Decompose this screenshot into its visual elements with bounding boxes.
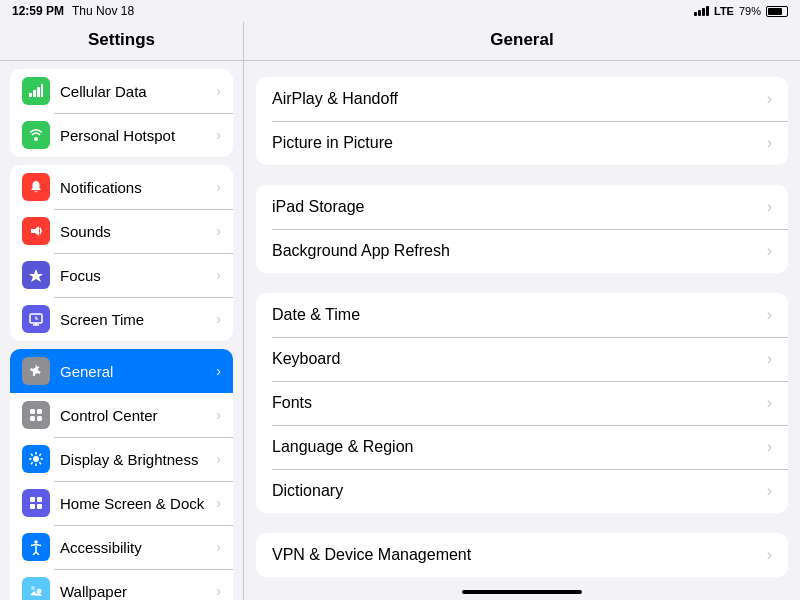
datetime-label: Date & Time (272, 306, 767, 324)
svg-rect-24 (37, 497, 42, 502)
accessibility-icon (22, 533, 50, 561)
pip-label: Picture in Picture (272, 134, 767, 152)
content-group-4: VPN & Device Management › (256, 533, 788, 577)
pip-chevron: › (767, 134, 772, 152)
cellular-label: Cellular Data (60, 83, 216, 100)
svg-rect-10 (30, 409, 35, 414)
status-date: Thu Nov 18 (72, 4, 134, 18)
sidebar-item-screentime[interactable]: Screen Time › (10, 297, 233, 341)
screentime-chevron: › (216, 311, 221, 327)
content-group-1: AirPlay & Handoff › Picture in Picture › (256, 77, 788, 165)
cellular-icon (22, 77, 50, 105)
svg-line-21 (39, 454, 41, 456)
wallpaper-chevron: › (216, 583, 221, 599)
focus-icon (22, 261, 50, 289)
screentime-icon (22, 305, 50, 333)
svg-point-14 (33, 456, 39, 462)
displaybrightness-icon (22, 445, 50, 473)
controlcenter-chevron: › (216, 407, 221, 423)
svg-line-22 (31, 462, 33, 464)
accessibility-label: Accessibility (60, 539, 216, 556)
fonts-label: Fonts (272, 394, 767, 412)
airplay-label: AirPlay & Handoff (272, 90, 767, 108)
svg-rect-13 (37, 416, 42, 421)
keyboard-chevron: › (767, 350, 772, 368)
airplay-chevron: › (767, 90, 772, 108)
vpn-chevron: › (767, 546, 772, 564)
battery-icon (766, 6, 788, 17)
general-chevron: › (216, 363, 221, 379)
sounds-icon (22, 217, 50, 245)
language-chevron: › (767, 438, 772, 456)
displaybrightness-chevron: › (216, 451, 221, 467)
content-item-pip[interactable]: Picture in Picture › (256, 121, 788, 165)
sidebar-item-accessibility[interactable]: Accessibility › (10, 525, 233, 569)
sidebar-item-displaybrightness[interactable]: Display & Brightness › (10, 437, 233, 481)
sidebar-title: Settings (0, 22, 243, 61)
content-item-bgrefresh[interactable]: Background App Refresh › (256, 229, 788, 273)
svg-line-30 (36, 552, 39, 555)
content-item-ipadstorage[interactable]: iPad Storage › (256, 185, 788, 229)
status-bar: 12:59 PM Thu Nov 18 LTE 79% (0, 0, 800, 22)
datetime-chevron: › (767, 306, 772, 324)
svg-line-20 (39, 462, 41, 464)
bgrefresh-chevron: › (767, 242, 772, 260)
svg-point-4 (34, 137, 38, 141)
accessibility-chevron: › (216, 539, 221, 555)
hotspot-chevron: › (216, 127, 221, 143)
svg-rect-2 (37, 87, 40, 97)
content-item-dictionary[interactable]: Dictionary › (256, 469, 788, 513)
svg-rect-0 (29, 93, 32, 97)
sidebar-item-focus[interactable]: Focus › (10, 253, 233, 297)
controlcenter-icon (22, 401, 50, 429)
svg-rect-1 (33, 90, 36, 97)
lte-label: LTE (714, 5, 734, 17)
sidebar-item-general[interactable]: General › (10, 349, 233, 393)
signal-icon (694, 6, 709, 16)
content-area: General AirPlay & Handoff › Picture in P… (243, 22, 800, 600)
sidebar-item-hotspot[interactable]: Personal Hotspot › (10, 113, 233, 157)
sidebar-item-controlcenter[interactable]: Control Center › (10, 393, 233, 437)
notifications-icon (22, 173, 50, 201)
general-icon (22, 357, 50, 385)
content-title: General (244, 22, 800, 61)
vpn-label: VPN & Device Management (272, 546, 767, 564)
content-item-keyboard[interactable]: Keyboard › (256, 337, 788, 381)
notifications-chevron: › (216, 179, 221, 195)
scroll-indicator (462, 590, 582, 594)
svg-rect-23 (30, 497, 35, 502)
wallpaper-icon (22, 577, 50, 600)
dictionary-label: Dictionary (272, 482, 767, 500)
sounds-label: Sounds (60, 223, 216, 240)
content-item-language[interactable]: Language & Region › (256, 425, 788, 469)
sidebar-item-notifications[interactable]: Notifications › (10, 165, 233, 209)
general-label: General (60, 363, 216, 380)
hotspot-label: Personal Hotspot (60, 127, 216, 144)
focus-chevron: › (216, 267, 221, 283)
keyboard-label: Keyboard (272, 350, 767, 368)
content-item-airplay[interactable]: AirPlay & Handoff › (256, 77, 788, 121)
svg-rect-11 (37, 409, 42, 414)
controlcenter-label: Control Center (60, 407, 216, 424)
content-item-fonts[interactable]: Fonts › (256, 381, 788, 425)
sidebar-group-1: Cellular Data › Personal Hotspot › (10, 69, 233, 157)
ipadstorage-label: iPad Storage (272, 198, 767, 216)
notifications-label: Notifications (60, 179, 216, 196)
sounds-chevron: › (216, 223, 221, 239)
status-time: 12:59 PM (12, 4, 64, 18)
svg-line-19 (31, 454, 33, 456)
sidebar-item-cellular[interactable]: Cellular Data › (10, 69, 233, 113)
sidebar-item-homescreen[interactable]: Home Screen & Dock › (10, 481, 233, 525)
svg-marker-5 (31, 226, 39, 236)
sidebar-item-sounds[interactable]: Sounds › (10, 209, 233, 253)
content-item-datetime[interactable]: Date & Time › (256, 293, 788, 337)
homescreen-label: Home Screen & Dock (60, 495, 216, 512)
homescreen-icon (22, 489, 50, 517)
dictionary-chevron: › (767, 482, 772, 500)
battery-percent: 79% (739, 5, 761, 17)
wallpaper-label: Wallpaper (60, 583, 216, 600)
content-item-vpn[interactable]: VPN & Device Management › (256, 533, 788, 577)
sidebar-item-wallpaper[interactable]: Wallpaper › (10, 569, 233, 600)
svg-rect-26 (37, 504, 42, 509)
homescreen-chevron: › (216, 495, 221, 511)
